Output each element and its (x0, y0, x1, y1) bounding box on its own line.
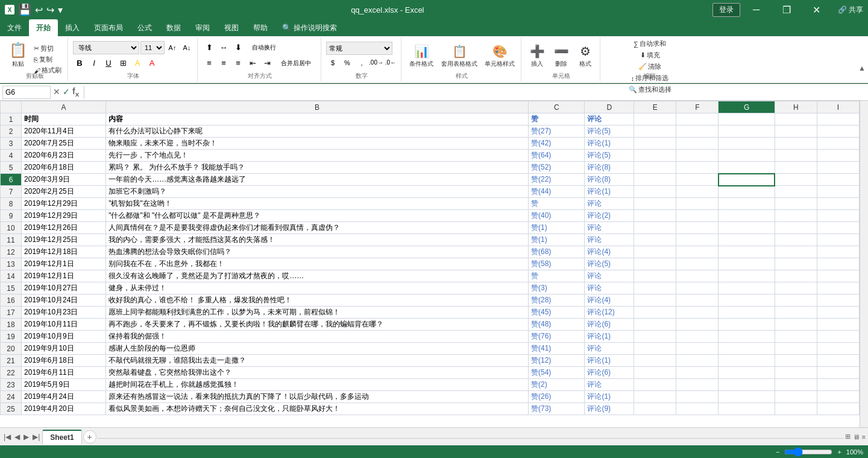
row-header-4[interactable]: 4 (1, 150, 22, 162)
cell-e18[interactable] (634, 319, 676, 331)
cell-e19[interactable] (634, 331, 676, 343)
cell-c7[interactable]: 赞(44) (529, 186, 585, 198)
cell-f15[interactable] (676, 282, 719, 294)
row-header-15[interactable]: 15 (1, 282, 22, 294)
zoom-slider[interactable] (784, 447, 832, 457)
clear-button[interactable]: 🧹 清除 (636, 62, 664, 72)
cell-b8[interactable]: "机智如我"在这哟！ (106, 198, 529, 210)
cell-d19[interactable]: 评论(1) (585, 331, 634, 343)
cell-a11[interactable]: 2019年12月25日 (22, 234, 106, 246)
col-header-f[interactable]: F (676, 101, 719, 113)
cell-c9[interactable]: 赞(40) (529, 210, 585, 222)
tab-search[interactable]: 🔍 操作说明搜索 (275, 19, 344, 36)
cell-c12[interactable]: 赞(68) (529, 246, 585, 258)
cell-i19[interactable] (817, 331, 859, 343)
cell-a15[interactable]: 2019年10月27日 (22, 282, 106, 294)
cell-i3[interactable] (817, 138, 859, 150)
decrease-font-btn[interactable]: A↓ (180, 41, 193, 54)
cell-b16[interactable]: 收好我的真心，谁也不给！ 多重人格，爆发我的兽性吧！ (106, 294, 529, 307)
cell-h23[interactable] (775, 379, 817, 391)
cell-g20[interactable] (719, 343, 775, 355)
cell-b9[interactable]: "什么都做"和 "什么都可以做" 是不是两种意思？ (106, 210, 529, 222)
cell-i9[interactable] (817, 210, 859, 222)
cell-e22[interactable] (634, 367, 676, 379)
cell-b3[interactable]: 物来顺应，未来不迎，当时不杂！ (106, 138, 529, 150)
insert-button[interactable]: ➕ 插入 (526, 40, 548, 72)
minimize-button[interactable]: ─ (743, 0, 770, 19)
comma-btn[interactable]: , (355, 56, 368, 69)
cell-a14[interactable]: 2019年12月1日 (22, 270, 106, 282)
cell-a5[interactable]: 2020年6月18日 (22, 162, 106, 174)
scroll-area[interactable]: A B C D E F G H I 1时间内容赞评论22020年11月4日有什么… (0, 101, 860, 427)
cell-d21[interactable]: 评论(1) (585, 355, 634, 367)
cell-h24[interactable] (775, 391, 817, 403)
view-layout-icon[interactable]: 🖥 (853, 433, 860, 441)
col-header-g[interactable]: G (719, 101, 775, 113)
cell-c17[interactable]: 赞(45) (529, 307, 585, 319)
delete-button[interactable]: ➖ 删除 (550, 40, 572, 72)
cell-b20[interactable]: 感谢人生阶段的每一位恩师 (106, 343, 529, 355)
cell-a7[interactable]: 2020年2月25日 (22, 186, 106, 198)
cell-g12[interactable] (719, 246, 775, 258)
cell-a24[interactable]: 2019年4月24日 (22, 391, 106, 403)
cell-b7[interactable]: 加班它不刺激吗？ (106, 186, 529, 198)
add-sheet-button[interactable]: + (83, 430, 96, 444)
cell-h12[interactable] (775, 246, 817, 258)
cell-a17[interactable]: 2019年10月23日 (22, 307, 106, 319)
share-button[interactable]: 🔗 共享 (838, 5, 863, 15)
cell-d18[interactable]: 评论(6) (585, 319, 634, 331)
cell-i16[interactable] (817, 294, 859, 307)
cell-e13[interactable] (634, 258, 676, 270)
cell-b12[interactable]: 热血沸腾的想法会导致失眠你们信吗？ (106, 246, 529, 258)
row-header-23[interactable]: 23 (1, 379, 22, 391)
cell-g15[interactable] (719, 282, 775, 294)
cell-i11[interactable] (817, 234, 859, 246)
number-format-select[interactable]: 常规 (326, 42, 392, 55)
cell-d2[interactable]: 评论(5) (585, 126, 634, 138)
restore-button[interactable]: ❐ (773, 0, 800, 19)
col-header-e[interactable]: E (634, 101, 676, 113)
currency-btn[interactable]: $ (326, 56, 339, 69)
cell-b5[interactable]: 累吗？ 累。 为什么不放手？ 我能放手吗？ (106, 162, 529, 174)
cell-g8[interactable] (719, 198, 775, 210)
cell-d8[interactable]: 评论 (585, 198, 634, 210)
cell-i14[interactable] (817, 270, 859, 282)
cell-h14[interactable] (775, 270, 817, 282)
align-middle-btn[interactable]: ↔ (217, 41, 230, 54)
cell-h8[interactable] (775, 198, 817, 210)
redo-icon[interactable]: ↪ (46, 4, 54, 16)
cell-e5[interactable] (634, 162, 676, 174)
cell-h19[interactable] (775, 331, 817, 343)
tab-formulas[interactable]: 公式 (130, 19, 159, 36)
cell-b21[interactable]: 不敲代码就很无聊，谁陪我出去走一走撒？ (106, 355, 529, 367)
cell-g11[interactable] (719, 234, 775, 246)
align-right-btn[interactable]: ≡ (231, 57, 245, 70)
cell-i1[interactable] (817, 113, 859, 126)
cell-b10[interactable]: 人间真情何在？是不是要我变得虚伪起来你们才能看到假真情，真虚伪？ (106, 222, 529, 234)
decrease-indent-btn[interactable]: ⇤ (246, 57, 259, 70)
cell-f5[interactable] (676, 162, 719, 174)
cell-d17[interactable]: 评论(12) (585, 307, 634, 319)
row-header-16[interactable]: 16 (1, 294, 22, 307)
cell-h2[interactable] (775, 126, 817, 138)
cell-i21[interactable] (817, 355, 859, 367)
cell-f18[interactable] (676, 319, 719, 331)
cell-d1[interactable]: 评论 (585, 113, 634, 126)
tab-home[interactable]: 开始 (29, 19, 58, 36)
cell-g4[interactable] (719, 150, 775, 162)
row-header-13[interactable]: 13 (1, 258, 22, 270)
cell-c6[interactable]: 赞(22) (529, 174, 585, 186)
cell-a8[interactable]: 2019年12月29日 (22, 198, 106, 210)
cell-i5[interactable] (817, 162, 859, 174)
row-header-19[interactable]: 19 (1, 331, 22, 343)
paste-button[interactable]: 📋 粘贴 (6, 39, 30, 71)
cell-i18[interactable] (817, 319, 859, 331)
conditional-format-button[interactable]: 📊 条件格式 (406, 40, 436, 72)
cell-c18[interactable]: 赞(48) (529, 319, 585, 331)
cell-i6[interactable] (817, 174, 859, 186)
view-normal-icon[interactable]: ⊞ (845, 433, 851, 441)
col-header-b[interactable]: B (106, 101, 529, 113)
cell-e12[interactable] (634, 246, 676, 258)
percent-btn[interactable]: % (341, 56, 354, 69)
cell-a12[interactable]: 2019年12月18日 (22, 246, 106, 258)
